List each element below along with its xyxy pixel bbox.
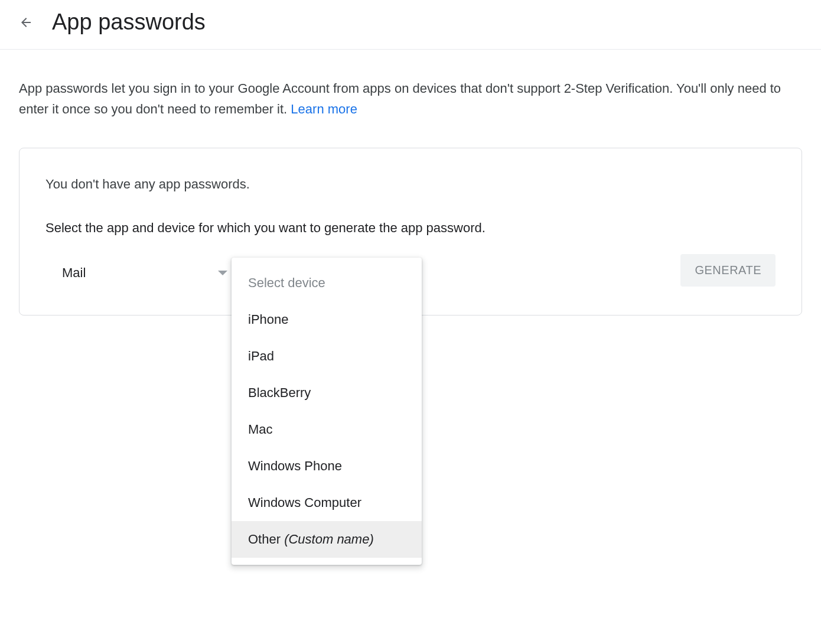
device-dropdown-placeholder: Select device <box>232 265 422 301</box>
app-select-value: Mail <box>62 265 86 281</box>
instruction-text: Select the app and device for which you … <box>45 220 776 236</box>
learn-more-link[interactable]: Learn more <box>291 102 357 116</box>
description-body: App passwords let you sign in to your Go… <box>19 81 781 116</box>
device-option[interactable]: iPhone <box>232 301 422 334</box>
page-title: App passwords <box>52 9 206 35</box>
generate-button[interactable]: GENERATE <box>680 254 776 287</box>
back-arrow-icon[interactable] <box>19 15 33 30</box>
chevron-down-icon <box>218 271 227 275</box>
select-device-dropdown-menu: Select device iPhoneiPadBlackBerryMacWin… <box>232 258 422 334</box>
description-text: App passwords let you sign in to your Go… <box>19 78 802 119</box>
select-app-dropdown[interactable]: Mail <box>62 259 227 287</box>
page-header: App passwords <box>0 0 821 50</box>
no-passwords-text: You don't have any app passwords. <box>45 177 776 192</box>
device-option-label: iPhone <box>248 312 289 327</box>
